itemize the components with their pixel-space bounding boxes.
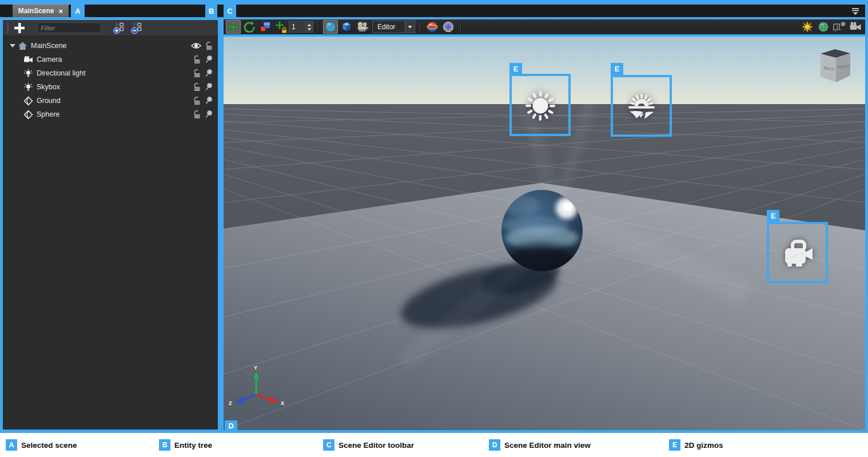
annotation-label-e: E: [767, 210, 779, 222]
directional-light-gizmo[interactable]: [509, 74, 571, 136]
rotate-tool-button[interactable]: [242, 20, 257, 34]
tree-row-skybox[interactable]: Skybox: [3, 80, 218, 94]
toolbar-separator: [460, 21, 461, 33]
rotate-icon: [244, 21, 255, 33]
annotation-border-top: [0, 0, 868, 5]
filter-input[interactable]: [37, 22, 101, 33]
legend-text-d: Scene Editor main view: [504, 441, 591, 450]
magnifier-icon[interactable]: [205, 55, 213, 64]
toolbar-separator: [420, 21, 420, 33]
camera-icon: [23, 55, 33, 65]
tree-row-mainscene[interactable]: MainScene: [3, 39, 218, 53]
scale-icon: [260, 21, 271, 33]
annotation-label-e: E: [611, 63, 623, 75]
camera-view-label: Editor: [373, 23, 405, 31]
close-icon[interactable]: ×: [59, 7, 63, 15]
plus-icon: [13, 22, 26, 34]
legend-item-d: D Scene Editor main view: [489, 439, 591, 451]
chevron-down-icon: [408, 26, 412, 29]
lock-open-icon[interactable]: [193, 110, 201, 119]
axis-x-label: X: [281, 400, 284, 406]
tree-item-label: Skybox: [37, 83, 60, 91]
collapse-all-button[interactable]: [129, 21, 144, 35]
skybox-gizmo[interactable]: [611, 75, 672, 137]
lock-open-icon[interactable]: [193, 82, 201, 92]
dropdown-chevron-button[interactable]: [405, 21, 415, 33]
grip-handle-icon[interactable]: [7, 23, 9, 33]
camera-gizmo[interactable]: [767, 222, 828, 283]
legend-text-b: Entity tree: [174, 441, 212, 450]
sun-icon: [802, 21, 813, 33]
collapse-all-icon: [130, 22, 143, 34]
physics-shapes-button[interactable]: [425, 20, 440, 34]
globe-grid-icon: [818, 21, 829, 33]
magnifier-icon[interactable]: [205, 69, 213, 78]
scene-tab-bar: MainScene ×: [0, 5, 865, 17]
move-tool-button[interactable]: [226, 20, 241, 34]
tab-mainscene[interactable]: MainScene ×: [13, 5, 69, 17]
cube-icon: [341, 21, 352, 33]
light-bulb-icon: [23, 82, 33, 92]
sphere-wireframe-icon: [443, 21, 454, 33]
expander-icon[interactable]: [10, 44, 15, 47]
entity-tree-toolbar: [3, 20, 218, 35]
environment-button[interactable]: [816, 20, 831, 34]
projector-icon: [356, 21, 369, 33]
add-entity-button[interactable]: [11, 21, 28, 35]
tree-row-ground[interactable]: Ground: [3, 94, 218, 108]
legend-text-e: 2D gizmos: [684, 441, 723, 450]
magnifier-icon[interactable]: [205, 110, 213, 119]
tree-item-label: Camera: [37, 55, 62, 63]
world-space-toggle-button[interactable]: [323, 20, 338, 34]
camera-view-dropdown[interactable]: Editor: [372, 21, 415, 33]
light-bulb-icon: [23, 69, 33, 78]
wireframe-button[interactable]: [441, 20, 456, 34]
scene-editor-toolbar: Editor: [224, 19, 865, 34]
axis-y-label: Y: [254, 365, 257, 371]
globe-icon: [325, 21, 336, 33]
lock-open-icon[interactable]: [193, 69, 201, 78]
render-mode-button[interactable]: [355, 20, 370, 34]
window-menu-icon[interactable]: [850, 6, 861, 15]
gizmo-settings-icon: [833, 21, 846, 33]
legend-item-c: C Scene Editor toolbar: [323, 439, 414, 451]
tree-row-camera[interactable]: Camera: [3, 53, 218, 66]
visibility-eye-icon[interactable]: [191, 42, 201, 50]
lighting-button[interactable]: [800, 20, 815, 34]
snap-translation-button[interactable]: [274, 20, 289, 34]
legend-item-e: E 2D gizmos: [669, 439, 723, 451]
legend-key-c: C: [323, 439, 335, 451]
spinner-up-icon[interactable]: [307, 23, 312, 26]
lock-open-icon[interactable]: [205, 41, 213, 50]
camera-gizmo-icon: [778, 234, 817, 272]
magnifier-icon[interactable]: [205, 82, 213, 92]
expand-all-button[interactable]: [112, 21, 126, 35]
lock-open-icon[interactable]: [193, 55, 201, 64]
annotation-divider: [218, 17, 224, 433]
annotation-label-e: E: [509, 63, 522, 75]
move-icon: [228, 21, 239, 33]
scale-tool-button[interactable]: [258, 20, 273, 34]
game-studio-window: MainScene × A B C: [0, 0, 868, 457]
cube-display-button[interactable]: [339, 20, 354, 34]
tree-row-sphere[interactable]: Sphere: [3, 108, 218, 121]
legend-text-c: Scene Editor toolbar: [339, 441, 414, 450]
sun-gizmo-icon: [521, 86, 559, 124]
model-icon: [23, 110, 33, 120]
legend-key-b: B: [159, 439, 170, 451]
tree-row-directional-light[interactable]: Directional light: [3, 66, 218, 80]
lock-open-icon[interactable]: [193, 96, 201, 105]
snap-value-stepper[interactable]: [306, 21, 313, 33]
legend-key-e: E: [669, 439, 680, 451]
camera-settings-button[interactable]: [848, 20, 863, 34]
legend-key-d: D: [489, 439, 500, 451]
toolbar-right-group: [799, 19, 863, 34]
spinner-down-icon[interactable]: [307, 28, 312, 31]
axis-z-label: Z: [229, 400, 232, 406]
sphere-red-blue-icon: [427, 21, 438, 33]
snap-move-lock-icon: [275, 21, 288, 33]
gizmo-options-button[interactable]: [832, 20, 847, 34]
snap-value-input[interactable]: [289, 21, 306, 33]
annotation-label-d: D: [225, 420, 237, 431]
magnifier-icon[interactable]: [205, 96, 213, 105]
